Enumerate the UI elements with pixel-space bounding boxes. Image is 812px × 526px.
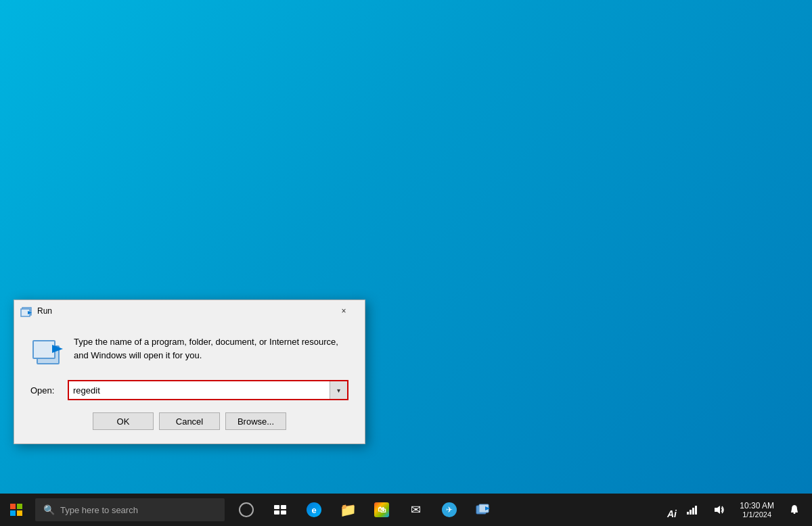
extra-app-button[interactable] (467, 494, 499, 526)
svg-rect-6 (274, 505, 279, 509)
svg-marker-17 (715, 506, 720, 514)
taskbar: 🔍 Type here to search e (0, 494, 812, 526)
mail-button[interactable]: ✉ (399, 494, 432, 526)
start-icon-red (10, 504, 16, 509)
start-icon-yellow (17, 510, 22, 516)
run-cancel-button[interactable]: Cancel (159, 412, 220, 430)
clock-date: 1/1/2024 (742, 510, 771, 519)
search-icon: 🔍 (43, 504, 55, 515)
svg-rect-9 (281, 510, 286, 515)
run-open-row: Open: ▾ (30, 380, 348, 400)
network-svg-icon (687, 505, 698, 515)
taskview-icon-button[interactable] (264, 494, 296, 526)
run-title-text: Run (37, 306, 328, 316)
system-clock[interactable]: 10:30 AM 1/1/2024 (734, 494, 780, 526)
clock-time: 10:30 AM (740, 501, 774, 510)
run-close-button[interactable]: × (328, 300, 359, 322)
network-icon[interactable] (680, 494, 704, 526)
start-button[interactable] (0, 494, 32, 526)
start-icon (10, 504, 22, 516)
store-button[interactable]: 🛍 (365, 494, 398, 526)
svg-rect-14 (690, 510, 692, 515)
taskview-svg-icon (274, 505, 286, 515)
telegram-button[interactable]: ✈ (433, 494, 466, 526)
svg-rect-8 (274, 510, 279, 515)
ai-badge: Ai (667, 508, 677, 519)
desktop: Run × Type the name of a program, folder… (0, 0, 812, 526)
notification-icon (790, 504, 799, 515)
run-content: Type the name of a program, folder, docu… (30, 335, 348, 368)
svg-rect-16 (695, 506, 697, 515)
taskbar-search[interactable]: 🔍 Type here to search (35, 498, 225, 521)
file-explorer-button[interactable]: 📁 (332, 494, 364, 526)
run-titlebar: Run × (14, 300, 365, 322)
run-browse-button[interactable]: Browse... (225, 412, 286, 430)
start-icon-blue (10, 510, 16, 516)
file-explorer-icon: 📁 (340, 502, 357, 518)
svg-rect-18 (794, 512, 796, 514)
extra-app-icon (476, 504, 491, 516)
telegram-icon: ✈ (442, 502, 457, 517)
run-dropdown-arrow[interactable]: ▾ (330, 381, 347, 399)
svg-rect-4 (33, 341, 55, 358)
svg-rect-13 (687, 512, 689, 515)
run-input-wrapper: ▾ (68, 380, 348, 400)
taskbar-icons: e 📁 🛍 ✉ ✈ (230, 494, 499, 526)
edge-icon: e (307, 502, 321, 517)
run-app-icon (20, 306, 33, 316)
svg-rect-15 (692, 508, 694, 515)
volume-icon[interactable] (707, 494, 731, 526)
run-buttons: OK Cancel Browse... (30, 412, 348, 430)
volume-svg-icon (714, 504, 725, 515)
svg-rect-7 (281, 505, 286, 509)
run-input[interactable] (69, 381, 330, 399)
system-tray: 10:30 AM 1/1/2024 (680, 494, 812, 526)
search-placeholder: Type here to search (60, 505, 138, 515)
notification-button[interactable] (782, 494, 807, 526)
run-description: Type the name of a program, folder, docu… (74, 335, 348, 362)
edge-button[interactable]: e (298, 494, 330, 526)
run-body: Type the name of a program, folder, docu… (14, 322, 365, 444)
store-icon: 🛍 (374, 502, 389, 517)
cortana-icon (239, 502, 254, 517)
taskview-button[interactable] (230, 494, 263, 526)
start-icon-green (17, 504, 22, 509)
run-ok-button[interactable]: OK (93, 412, 154, 430)
mail-icon: ✉ (411, 502, 421, 517)
run-dialog: Run × Type the name of a program, folder… (14, 300, 365, 444)
run-icon (30, 335, 63, 368)
run-open-label: Open: (30, 385, 61, 396)
